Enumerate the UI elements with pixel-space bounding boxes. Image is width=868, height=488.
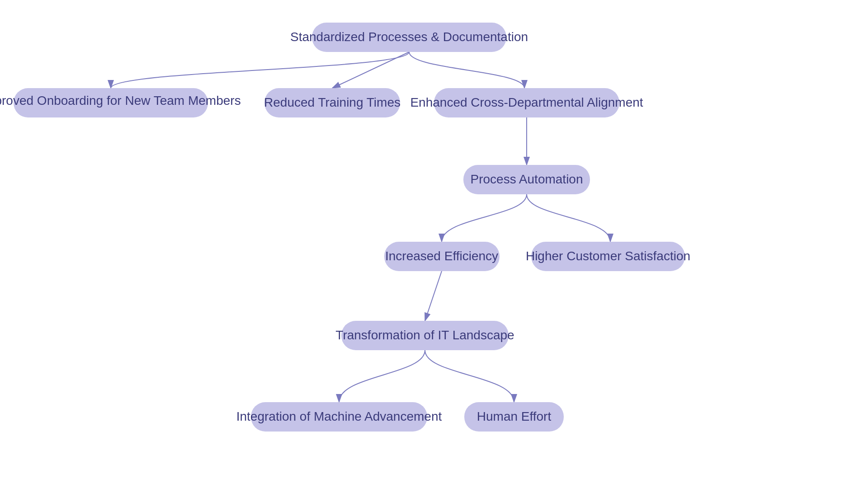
edge-efficiency-transformation [425, 271, 442, 321]
edge-automation-satisfaction [527, 194, 610, 242]
label-human: Human Effort [477, 409, 552, 423]
edge-root-training [332, 52, 409, 88]
label-alignment: Enhanced Cross-Departmental Alignment [410, 95, 643, 109]
label-automation: Process Automation [470, 172, 583, 186]
label-training: Reduced Training Times [264, 95, 401, 109]
edge-root-alignment [409, 52, 524, 88]
edge-transformation-machine [339, 350, 425, 402]
label-machine: Integration of Machine Advancement [236, 409, 442, 423]
label-onboarding: Improved Onboarding for New Team Members [0, 94, 241, 108]
label-efficiency: Increased Efficiency [385, 249, 498, 263]
edge-automation-efficiency [442, 194, 527, 242]
flowchart-diagram: Standardized Processes & Documentation I… [0, 0, 868, 488]
label-root: Standardized Processes & Documentation [290, 30, 528, 44]
edge-root-onboarding [111, 52, 409, 88]
label-satisfaction: Higher Customer Satisfaction [526, 249, 690, 263]
label-transformation: Transformation of IT Landscape [335, 328, 514, 342]
edge-transformation-human [425, 350, 514, 402]
